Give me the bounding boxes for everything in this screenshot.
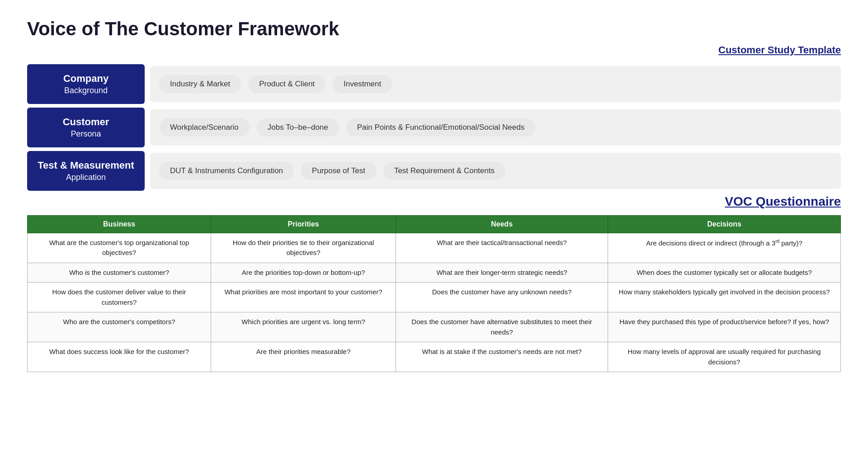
cell-priorities: How do their priorities tie to their org…	[211, 233, 396, 263]
pill-workplace: Workplace/Scenario	[159, 118, 250, 137]
cell-decisions: How many stakeholders typically get invo…	[608, 283, 841, 312]
cell-business: What are the customer's top organization…	[28, 233, 211, 263]
pill-pain-points: Pain Points & Functional/Emotional/Socia…	[346, 118, 535, 137]
customer-persona-pills: Workplace/Scenario Jobs To–be–done Pain …	[150, 109, 841, 146]
cell-decisions: Have they purchased this type of product…	[608, 312, 841, 342]
pill-dut: DUT & Instruments Configuration	[159, 162, 294, 180]
pill-product-client: Product & Client	[248, 75, 326, 93]
table-row: Who is the customer's customer?Are the p…	[28, 263, 841, 283]
col-header-decisions: Decisions	[608, 215, 841, 233]
cell-priorities: What priorities are most important to yo…	[211, 283, 396, 312]
cell-decisions: How many levels of approval are usually …	[608, 342, 841, 372]
col-header-priorities: Priorities	[211, 215, 396, 233]
table-row: Who are the customer's competitors?Which…	[28, 312, 841, 342]
cell-business: How does the customer deliver value to t…	[28, 283, 211, 312]
test-measurement-pills: DUT & Instruments Configuration Purpose …	[150, 153, 841, 189]
cell-business: Who are the customer's competitors?	[28, 312, 211, 342]
pill-test-requirement: Test Requirement & Contents	[383, 162, 505, 180]
cell-needs: Does the customer have alternative subst…	[396, 312, 608, 342]
cell-priorities: Are their priorities measurable?	[211, 342, 396, 372]
table-row: What are the customer's top organization…	[28, 233, 841, 263]
cell-needs: Does the customer have any unknown needs…	[396, 283, 608, 312]
col-header-business: Business	[28, 215, 211, 233]
pill-purpose-of-test: Purpose of Test	[301, 162, 376, 180]
cell-needs: What are their tactical/transactional ne…	[396, 233, 608, 263]
company-background-pills: Industry & Market Product & Client Inves…	[150, 66, 841, 102]
cell-priorities: Are the priorities top-down or bottom-up…	[211, 263, 396, 283]
main-title: Voice of The Customer Framework	[27, 18, 841, 40]
table-row: How does the customer deliver value to t…	[28, 283, 841, 312]
cell-needs: What is at stake if the customer's needs…	[396, 342, 608, 372]
cell-priorities: Which priorities are urgent vs. long ter…	[211, 312, 396, 342]
voc-table: Business Priorities Needs Decisions What…	[27, 215, 841, 373]
pill-jobs: Jobs To–be–done	[257, 118, 339, 137]
cell-business: Who is the customer's customer?	[28, 263, 211, 283]
table-row: What does success look like for the cust…	[28, 342, 841, 372]
framework-section: Company Background Industry & Market Pro…	[27, 64, 841, 191]
framework-row-company: Company Background Industry & Market Pro…	[27, 64, 841, 104]
cell-needs: What are their longer-term strategic nee…	[396, 263, 608, 283]
company-background-header: Company Background	[27, 64, 145, 104]
framework-row-customer: Customer Persona Workplace/Scenario Jobs…	[27, 108, 841, 147]
test-measurement-header: Test & Measurement Application	[27, 151, 145, 191]
cell-business: What does success look like for the cust…	[28, 342, 211, 372]
customer-study-link[interactable]: Customer Study Template	[27, 44, 841, 56]
cell-decisions: When does the customer typically set or …	[608, 263, 841, 283]
pill-investment: Investment	[333, 75, 392, 93]
framework-row-test: Test & Measurement Application DUT & Ins…	[27, 151, 841, 191]
voc-title: VOC Questionnaire	[27, 194, 841, 209]
pill-industry-market: Industry & Market	[159, 75, 241, 93]
col-header-needs: Needs	[396, 215, 608, 233]
customer-persona-header: Customer Persona	[27, 108, 145, 147]
cell-decisions: Are decisions direct or indirect (throug…	[608, 233, 841, 263]
